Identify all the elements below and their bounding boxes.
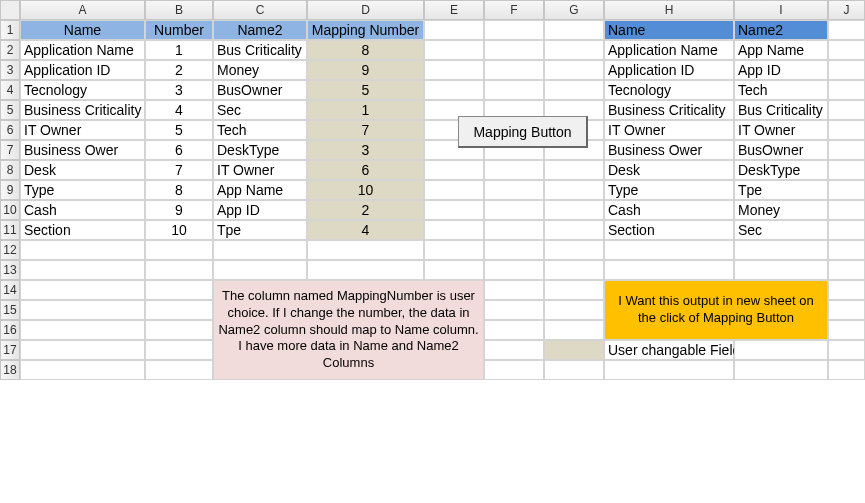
cell-name2-9[interactable]: App Name: [213, 180, 307, 200]
cell-name2-6[interactable]: Tech: [213, 120, 307, 140]
cell-mapping-6[interactable]: 7: [307, 120, 424, 140]
cell-name-8[interactable]: Desk: [20, 160, 145, 180]
cell-blank-13-6[interactable]: [544, 260, 604, 280]
cell-name2-2[interactable]: Bus Criticality: [213, 40, 307, 60]
cell-e11[interactable]: [424, 220, 484, 240]
row-header-4[interactable]: 4: [0, 80, 20, 100]
row-header-10[interactable]: 10: [0, 200, 20, 220]
cell-j3[interactable]: [828, 60, 865, 80]
cell-out-name2-3[interactable]: App ID: [734, 60, 828, 80]
cell-blank-12-7[interactable]: [604, 240, 734, 260]
cell-blank-12-2[interactable]: [213, 240, 307, 260]
cell-name-7[interactable]: Business Ower: [20, 140, 145, 160]
cell-g14[interactable]: [544, 280, 604, 300]
cell-g1[interactable]: [544, 20, 604, 40]
cell-number-6[interactable]: 5: [145, 120, 213, 140]
row-header-8[interactable]: 8: [0, 160, 20, 180]
cell-a15[interactable]: [20, 300, 145, 320]
cell-out-name2-8[interactable]: DeskType: [734, 160, 828, 180]
cell-g16[interactable]: [544, 320, 604, 340]
cell-blank-13-9[interactable]: [828, 260, 865, 280]
cell-j18[interactable]: [828, 360, 865, 380]
row-header-6[interactable]: 6: [0, 120, 20, 140]
cell-g9[interactable]: [544, 180, 604, 200]
cell-f9[interactable]: [484, 180, 544, 200]
cell-blank-12-6[interactable]: [544, 240, 604, 260]
cell-h18[interactable]: [604, 360, 734, 380]
cell-blank-12-4[interactable]: [424, 240, 484, 260]
cell-f2[interactable]: [484, 40, 544, 60]
cell-number-3[interactable]: 2: [145, 60, 213, 80]
row-header-15[interactable]: 15: [0, 300, 20, 320]
header-out-name2[interactable]: Name2: [734, 20, 828, 40]
col-header-B[interactable]: B: [145, 0, 213, 20]
cell-name-11[interactable]: Section: [20, 220, 145, 240]
col-header-H[interactable]: H: [604, 0, 734, 20]
header-name2[interactable]: Name2: [213, 20, 307, 40]
cell-number-4[interactable]: 3: [145, 80, 213, 100]
cell-name2-8[interactable]: IT Owner: [213, 160, 307, 180]
cell-out-name-2[interactable]: Application Name: [604, 40, 734, 60]
col-header-A[interactable]: A: [20, 0, 145, 20]
cell-mapping-2[interactable]: 8: [307, 40, 424, 60]
cell-j7[interactable]: [828, 140, 865, 160]
row-header-7[interactable]: 7: [0, 140, 20, 160]
cell-out-name2-7[interactable]: BusOwner: [734, 140, 828, 160]
cell-mapping-9[interactable]: 10: [307, 180, 424, 200]
header-number[interactable]: Number: [145, 20, 213, 40]
cell-e10[interactable]: [424, 200, 484, 220]
cell-number-10[interactable]: 9: [145, 200, 213, 220]
row-header-13[interactable]: 13: [0, 260, 20, 280]
cell-name2-4[interactable]: BusOwner: [213, 80, 307, 100]
cell-name2-10[interactable]: App ID: [213, 200, 307, 220]
cell-f16[interactable]: [484, 320, 544, 340]
cell-name-3[interactable]: Application ID: [20, 60, 145, 80]
cell-e1[interactable]: [424, 20, 484, 40]
cell-out-name2-9[interactable]: Tpe: [734, 180, 828, 200]
row-header-18[interactable]: 18: [0, 360, 20, 380]
cell-blank-13-5[interactable]: [484, 260, 544, 280]
cell-blank-13-7[interactable]: [604, 260, 734, 280]
cell-j15[interactable]: [828, 300, 865, 320]
cell-g11[interactable]: [544, 220, 604, 240]
cell-j11[interactable]: [828, 220, 865, 240]
row-header-1[interactable]: 1: [0, 20, 20, 40]
cell-mapping-10[interactable]: 2: [307, 200, 424, 220]
header-mapping-number[interactable]: Mapping Number: [307, 20, 424, 40]
cell-f8[interactable]: [484, 160, 544, 180]
row-header-3[interactable]: 3: [0, 60, 20, 80]
cell-b18[interactable]: [145, 360, 213, 380]
cell-f11[interactable]: [484, 220, 544, 240]
col-header-D[interactable]: D: [307, 0, 424, 20]
cell-j10[interactable]: [828, 200, 865, 220]
cell-out-name-6[interactable]: IT Owner: [604, 120, 734, 140]
cell-i18[interactable]: [734, 360, 828, 380]
cell-blank-13-2[interactable]: [213, 260, 307, 280]
cell-a17[interactable]: [20, 340, 145, 360]
cell-out-name-7[interactable]: Business Ower: [604, 140, 734, 160]
cell-name2-7[interactable]: DeskType: [213, 140, 307, 160]
cell-e2[interactable]: [424, 40, 484, 60]
cell-name2-5[interactable]: Sec: [213, 100, 307, 120]
cell-b15[interactable]: [145, 300, 213, 320]
row-header-9[interactable]: 9: [0, 180, 20, 200]
col-header-I[interactable]: I: [734, 0, 828, 20]
cell-number-5[interactable]: 4: [145, 100, 213, 120]
cell-out-name2-10[interactable]: Money: [734, 200, 828, 220]
row-header-16[interactable]: 16: [0, 320, 20, 340]
cell-blank-12-5[interactable]: [484, 240, 544, 260]
cell-blank-13-8[interactable]: [734, 260, 828, 280]
cell-b16[interactable]: [145, 320, 213, 340]
cell-blank-13-3[interactable]: [307, 260, 424, 280]
cell-out-name2-6[interactable]: IT Owner: [734, 120, 828, 140]
cell-blank-12-1[interactable]: [145, 240, 213, 260]
row-header-2[interactable]: 2: [0, 40, 20, 60]
cell-name-10[interactable]: Cash: [20, 200, 145, 220]
cell-f18[interactable]: [484, 360, 544, 380]
cell-a14[interactable]: [20, 280, 145, 300]
cell-j5[interactable]: [828, 100, 865, 120]
cell-out-name2-5[interactable]: Bus Criticality: [734, 100, 828, 120]
cell-blank-13-4[interactable]: [424, 260, 484, 280]
cell-name-2[interactable]: Application Name: [20, 40, 145, 60]
cell-out-name2-11[interactable]: Sec: [734, 220, 828, 240]
